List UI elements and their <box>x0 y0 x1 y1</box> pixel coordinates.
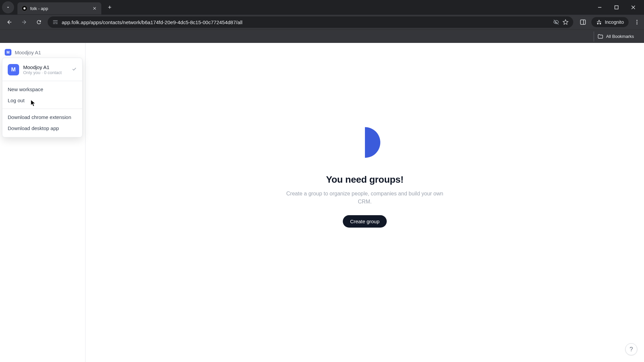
maximize-button[interactable] <box>612 3 621 12</box>
browser-tab[interactable]: folk - app <box>17 2 101 14</box>
create-group-button[interactable]: Create group <box>343 215 387 228</box>
empty-illustration <box>346 124 383 161</box>
workspace-option-name: Moodjoy A1 <box>23 64 67 70</box>
help-button[interactable]: ? <box>625 343 637 355</box>
window-controls <box>595 3 644 12</box>
bookmark-bar: All Bookmarks <box>0 29 644 43</box>
empty-subtitle: Create a group to organize people, compa… <box>284 190 445 206</box>
svg-rect-1 <box>615 6 618 9</box>
all-bookmarks-label: All Bookmarks <box>606 34 634 39</box>
tab-strip: folk - app + <box>0 0 644 15</box>
toolbar-right: Incognito <box>579 17 641 27</box>
download-extension-link[interactable]: Download chrome extension <box>2 112 82 123</box>
site-settings-icon[interactable] <box>52 19 58 25</box>
workspace-badge: M <box>5 49 11 56</box>
incognito-icon <box>596 19 602 25</box>
new-workspace-link[interactable]: New workspace <box>2 84 82 95</box>
app-body: M Moodjoy A1 M Moodjoy A1 Only you · 0 c… <box>0 43 644 362</box>
back-button[interactable] <box>3 16 15 28</box>
workspace-option[interactable]: M Moodjoy A1 Only you · 0 contact <box>2 61 82 78</box>
workspace-badge-large: M <box>8 64 19 75</box>
download-app-link[interactable]: Download desktop app <box>2 123 82 134</box>
incognito-chip[interactable]: Incognito <box>591 17 629 27</box>
workspace-dropdown: M Moodjoy A1 Only you · 0 contact New wo… <box>2 58 83 137</box>
minimize-button[interactable] <box>595 3 604 12</box>
star-icon[interactable] <box>562 19 569 25</box>
forward-button[interactable] <box>18 16 30 28</box>
workspace-option-subtitle: Only you · 0 contact <box>23 70 67 75</box>
tab-search-button[interactable] <box>2 1 14 13</box>
folder-icon <box>597 34 603 40</box>
svg-point-7 <box>637 22 638 23</box>
all-bookmarks-button[interactable]: All Bookmarks <box>594 32 637 42</box>
svg-point-8 <box>637 23 638 24</box>
toolbar: app.folk.app/apps/contacts/network/b6a17… <box>0 15 644 29</box>
workspace-name: Moodjoy A1 <box>15 50 41 55</box>
divider <box>2 81 82 81</box>
main-content: You need groups! Create a group to organ… <box>86 43 644 362</box>
side-panel-icon[interactable] <box>579 18 587 26</box>
svg-rect-4 <box>581 20 586 24</box>
url-text: app.folk.app/apps/contacts/network/b6a17… <box>62 19 550 25</box>
incognito-label: Incognito <box>605 19 624 25</box>
sidebar: M Moodjoy A1 M Moodjoy A1 Only you · 0 c… <box>0 43 86 362</box>
tab-favicon <box>21 5 28 11</box>
log-out-link[interactable]: Log out <box>2 95 82 106</box>
tab-title: folk - app <box>30 6 89 11</box>
close-icon[interactable] <box>92 6 97 11</box>
svg-point-6 <box>637 20 638 21</box>
url-bar[interactable]: app.folk.app/apps/contacts/network/b6a17… <box>48 16 573 28</box>
close-window-button[interactable] <box>629 3 638 12</box>
reload-button[interactable] <box>33 16 45 28</box>
browser-chrome: folk - app + app.folk.app/apps/contacts/… <box>0 0 644 43</box>
empty-state: You need groups! Create a group to organ… <box>284 124 445 228</box>
chevron-down-icon <box>6 5 10 10</box>
divider <box>2 109 82 109</box>
check-icon <box>71 66 77 73</box>
empty-title: You need groups! <box>284 174 445 185</box>
menu-icon[interactable] <box>633 18 641 26</box>
workspace-switcher[interactable]: M Moodjoy A1 <box>4 48 81 57</box>
eye-off-icon[interactable] <box>553 19 559 25</box>
new-tab-button[interactable]: + <box>105 2 115 12</box>
